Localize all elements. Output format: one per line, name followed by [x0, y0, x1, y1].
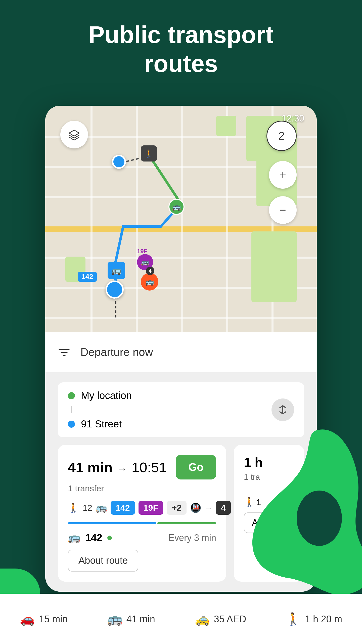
freq-bus-icon: 🚌	[68, 532, 80, 544]
about-route-button[interactable]: About route	[68, 550, 138, 572]
badge-19f: 19F	[139, 501, 163, 515]
walk-nav-icon: 🚶	[286, 612, 301, 626]
nav-bus[interactable]: 🚌 41 min	[107, 612, 155, 626]
metro-icon-step: 🚇	[190, 503, 201, 513]
destination-item: 91 Street	[68, 418, 132, 430]
filter-icon[interactable]	[55, 343, 73, 361]
taxi-icon: 🚕	[195, 612, 210, 626]
pb-green	[157, 522, 216, 524]
secondary-about-button[interactable]: Ab	[244, 512, 271, 533]
green-bus-marker: 🚌	[168, 199, 185, 215]
departure-label: Departure now	[80, 346, 153, 358]
walk-time: 1 h 20 m	[305, 614, 342, 625]
route-arrow: →	[117, 463, 127, 474]
walk-icon-1: 🚶	[68, 503, 79, 513]
zoom-out-button[interactable]: −	[269, 196, 297, 224]
bus-time: 41 min	[126, 614, 155, 625]
secondary-transfer: 1 tra	[244, 472, 294, 482]
bus-nav-icon: 🚌	[107, 612, 122, 626]
badge-4: 4	[216, 501, 231, 515]
route-time-row: 41 min → 10:51 Go	[68, 455, 216, 479]
origin-item: My location	[68, 390, 132, 401]
route-142-label: 142	[78, 272, 97, 282]
pb-blue	[68, 522, 156, 524]
progress-bar	[68, 522, 216, 524]
secondary-walk-num: 1	[256, 497, 261, 507]
start-marker	[112, 155, 126, 169]
destination-marker	[106, 280, 124, 299]
phone-card: 🚶 🚌 142 🚌 19F 🚌 🚌 4 12:30 2	[45, 106, 317, 592]
route-cards: 41 min → 10:51 Go 1 transfer 🚶 12 🚌 142 …	[58, 445, 304, 582]
bottom-panel: My location 91 Street	[45, 372, 317, 592]
nav-walk[interactable]: 🚶 1 h 20 m	[286, 612, 342, 626]
destination-dot	[68, 421, 75, 428]
swap-button[interactable]	[272, 398, 294, 421]
origin-label: My location	[81, 390, 132, 401]
route-19f-text: 19F	[137, 248, 147, 255]
walk-num-1: 12	[83, 503, 92, 513]
taxi-price: 35 AED	[214, 614, 246, 625]
primary-route-card: 41 min → 10:51 Go 1 transfer 🚶 12 🚌 142 …	[58, 445, 226, 582]
page-title: Public transport routes	[50, 20, 312, 78]
location-row: My location 91 Street	[58, 382, 304, 437]
freq-dot	[107, 536, 112, 540]
car-time: 15 min	[39, 614, 68, 625]
route-duration: 41 min	[68, 459, 112, 475]
badge-plus2: +2	[167, 501, 187, 515]
nav-taxi[interactable]: 🚕 35 AED	[195, 612, 246, 626]
bottom-nav: 🚗 15 min 🚌 41 min 🚕 35 AED 🚶 1 h 20 m	[0, 594, 362, 644]
header: Public transport routes	[0, 0, 362, 93]
destination-label: 91 Street	[81, 418, 122, 430]
car-icon: 🚗	[20, 612, 35, 626]
bus-4-marker: 🚌	[141, 273, 158, 291]
zoom-in-button[interactable]: +	[269, 161, 297, 189]
number-2-button[interactable]: 2	[266, 121, 297, 151]
walk-marker: 🚶	[141, 145, 157, 162]
route-arrival: 10:51	[131, 459, 167, 475]
nav-car[interactable]: 🚗 15 min	[20, 612, 68, 626]
map-area: 🚶 🚌 142 🚌 19F 🚌 🚌 4 12:30 2	[45, 106, 317, 372]
departure-bar[interactable]: Departure now	[45, 332, 317, 372]
layers-button[interactable]	[60, 121, 88, 148]
secondary-walk-icon: 🚶	[244, 497, 255, 507]
route-transfer: 1 transfer	[68, 484, 216, 493]
origin-dot	[68, 392, 75, 399]
secondary-route-card: 1 h 1 tra 🚶 1 Ab	[234, 445, 304, 582]
bus-4-badge: 4	[146, 267, 154, 275]
blue-bus-marker: 🚌	[108, 262, 125, 279]
freq-bus-number: 142	[85, 532, 102, 543]
frequency-row: 🚌 142 Every 3 min	[68, 532, 216, 544]
step-arrow: →	[205, 504, 212, 512]
go-button[interactable]: Go	[176, 455, 216, 479]
secondary-duration: 1 h	[244, 455, 294, 470]
bus-icon-step: 🚌	[96, 503, 107, 513]
location-info: My location 91 Street	[68, 390, 132, 430]
freq-text: Every 3 min	[168, 533, 216, 543]
route-steps: 🚶 12 🚌 142 19F +2 🚇 → 4 🚶 2	[68, 501, 216, 515]
badge-142: 142	[111, 501, 135, 515]
